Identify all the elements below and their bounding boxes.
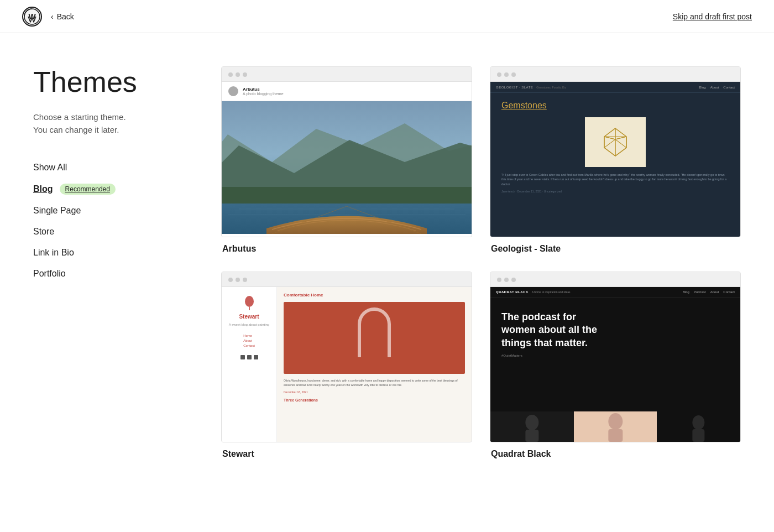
skip-link[interactable]: Skip and draft first post bbox=[673, 12, 752, 21]
link-in-bio-label: Link in Bio bbox=[33, 248, 74, 258]
arch-decoration bbox=[358, 307, 391, 357]
stewart-name: Stewart bbox=[221, 449, 472, 459]
theme-card-quadrat[interactable]: QUADRAT BLACK A home to inspiration and … bbox=[490, 272, 741, 459]
stewart-date: December 16, 2021 bbox=[284, 390, 465, 394]
back-button[interactable]: ‹ Back bbox=[51, 12, 74, 21]
dot2 bbox=[504, 72, 509, 77]
stewart-tagline: A sweet blog about painting bbox=[229, 323, 269, 326]
stewart-next-post-title: Three Generations bbox=[284, 398, 465, 402]
stewart-nav-about: About bbox=[243, 339, 255, 342]
svg-rect-7 bbox=[222, 187, 472, 206]
geologist-nav-links: Blog About Contact bbox=[699, 86, 735, 89]
stewart-social-links bbox=[240, 355, 258, 359]
dot2 bbox=[236, 72, 240, 77]
strip-dark-1 bbox=[490, 411, 574, 442]
geologist-gem-container bbox=[585, 117, 646, 167]
top-navigation: W ‹ Back Skip and draft first post bbox=[0, 0, 774, 33]
quadrat-preview-wrapper: QUADRAT BLACK A home to inspiration and … bbox=[490, 272, 741, 442]
quadrat-hero: The podcast for women about all the thin… bbox=[490, 298, 740, 371]
mountain-svg bbox=[222, 101, 472, 234]
geo-nav-about: About bbox=[710, 86, 719, 89]
quadrat-hashtag: #QuietMatters bbox=[501, 354, 729, 357]
facebook-icon bbox=[247, 355, 252, 359]
geologist-name: Geologist - Slate bbox=[490, 244, 741, 254]
quadrat-name: Quadrat Black bbox=[490, 449, 741, 459]
sidebar-item-blog[interactable]: Blog Recommended bbox=[33, 179, 188, 199]
category-nav: Show All Blog Recommended Single Page St… bbox=[33, 158, 188, 283]
sidebar-item-portfolio[interactable]: Portfolio bbox=[33, 264, 188, 283]
sidebar-item-single-page[interactable]: Single Page bbox=[33, 201, 188, 220]
geologist-logo: GEOLOGIST · SLATE Gemstones, Fossils, Et… bbox=[496, 85, 566, 89]
arbutus-name: Arbutus bbox=[221, 244, 472, 254]
svg-point-21 bbox=[245, 296, 254, 307]
wordpress-logo: W bbox=[22, 7, 42, 27]
stewart-preview-wrapper: Stewart A sweet blog about painting Home… bbox=[221, 272, 472, 442]
stewart-nav-home: Home bbox=[243, 334, 255, 337]
stewart-sidebar: Stewart A sweet blog about painting Home… bbox=[222, 287, 277, 442]
stewart-nav: Home About Contact bbox=[243, 334, 255, 347]
window-chrome bbox=[222, 67, 472, 82]
quad-nav-podcast: Podcast bbox=[694, 290, 706, 294]
sidebar-item-show-all[interactable]: Show All bbox=[33, 158, 188, 177]
quad-nav-about: About bbox=[710, 290, 719, 294]
svg-text:W: W bbox=[28, 12, 36, 21]
stewart-main: Comfortable Home Olivia Woodhouse, hands… bbox=[277, 287, 472, 442]
portfolio-label: Portfolio bbox=[33, 269, 66, 279]
desc-line2: You can change it later. bbox=[33, 125, 119, 134]
arbutus-blog-title: Arbutus bbox=[243, 87, 284, 92]
geologist-heading: Gemstones bbox=[501, 101, 729, 111]
theme-card-geologist[interactable]: GEOLOGIST · SLATE Gemstones, Fossils, Et… bbox=[490, 66, 741, 254]
twitter-icon bbox=[240, 355, 245, 359]
geologist-body-text: "If I just stop over to Green Gables aft… bbox=[501, 173, 729, 186]
silhouette-1 bbox=[490, 411, 574, 442]
dot1 bbox=[497, 72, 501, 77]
arbutus-blog-subtitle: A photo blogging theme bbox=[243, 92, 284, 96]
strip-light bbox=[574, 411, 657, 442]
theme-card-arbutus[interactable]: Arbutus A photo blogging theme bbox=[221, 66, 472, 254]
arbutus-preview: Arbutus A photo blogging theme bbox=[221, 66, 472, 237]
quadrat-nav-tagline: A home to inspiration and ideas bbox=[532, 290, 571, 294]
geologist-nav: GEOLOGIST · SLATE Gemstones, Fossils, Et… bbox=[490, 82, 740, 93]
back-arrow-icon: ‹ bbox=[51, 12, 54, 21]
gemstone-icon bbox=[599, 126, 632, 159]
quad-nav-blog: Blog bbox=[683, 290, 689, 294]
quadrat-logo: QUADRAT BLACK A home to inspiration and … bbox=[496, 290, 571, 294]
svg-rect-26 bbox=[608, 429, 623, 442]
store-label: Store bbox=[33, 227, 54, 237]
dot1 bbox=[228, 278, 233, 282]
stewart-brand-icon bbox=[243, 295, 255, 310]
arbutus-header: Arbutus A photo blogging theme bbox=[222, 82, 472, 101]
quadrat-screenshot: QUADRAT BLACK A home to inspiration and … bbox=[490, 287, 740, 442]
svg-point-27 bbox=[693, 415, 705, 430]
dot1 bbox=[228, 72, 233, 77]
sidebar-item-store[interactable]: Store bbox=[33, 222, 188, 241]
dot3 bbox=[243, 278, 247, 282]
quadrat-logo-text: QUADRAT BLACK bbox=[496, 290, 529, 294]
dot2 bbox=[504, 278, 509, 282]
quadrat-bottom-strip bbox=[490, 411, 740, 442]
svg-point-23 bbox=[525, 415, 538, 430]
quadrat-hero-heading: The podcast for women about all the thin… bbox=[501, 311, 601, 350]
quadrat-nav-links: Blog Podcast About Contact bbox=[683, 290, 735, 294]
window-chrome bbox=[490, 67, 740, 82]
svg-rect-24 bbox=[525, 430, 538, 442]
stewart-post-title: Comfortable Home bbox=[284, 293, 465, 298]
page-title: Themes bbox=[33, 66, 188, 98]
show-all-label: Show All bbox=[33, 163, 67, 173]
geo-nav-blog: Blog bbox=[699, 86, 706, 89]
recommended-badge: Recommended bbox=[60, 184, 116, 195]
svg-rect-28 bbox=[693, 429, 705, 442]
single-page-label: Single Page bbox=[33, 206, 81, 216]
blog-label: Blog bbox=[33, 184, 53, 194]
silhouette-2 bbox=[574, 411, 657, 442]
theme-card-stewart[interactable]: Stewart A sweet blog about painting Home… bbox=[221, 272, 472, 459]
geologist-content: Gemstones bbox=[490, 93, 740, 201]
geologist-meta: Jane tench · December 11, 2021 · Uncateg… bbox=[501, 190, 729, 193]
svg-marker-20 bbox=[615, 139, 626, 156]
desc-line1: Choose a starting theme. bbox=[33, 112, 126, 122]
sidebar-item-link-in-bio[interactable]: Link in Bio bbox=[33, 243, 188, 262]
themes-grid: Arbutus A photo blogging theme bbox=[221, 66, 741, 459]
strip-dark-2 bbox=[657, 411, 740, 442]
stewart-blog-name: Stewart bbox=[239, 314, 259, 320]
dot1 bbox=[497, 278, 501, 282]
